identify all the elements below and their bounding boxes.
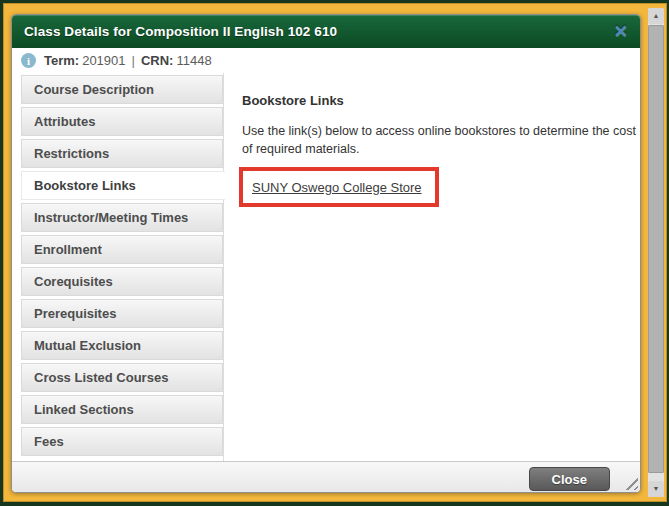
- tab-mutual-exclusion[interactable]: Mutual Exclusion: [21, 331, 223, 360]
- crn-value: 11448: [176, 53, 211, 68]
- tab-instructor-meeting-times[interactable]: Instructor/Meeting Times: [21, 203, 223, 232]
- panel-heading: Bookstore Links: [242, 93, 638, 108]
- tab-cross-listed-courses[interactable]: Cross Listed Courses: [21, 363, 223, 392]
- crn-label: CRN:: [141, 53, 174, 68]
- link-highlight-annotation: SUNY Oswego College Store: [239, 167, 439, 207]
- term-value: 201901: [82, 53, 125, 68]
- dialog-body: Course Description Attributes Restrictio…: [12, 73, 640, 461]
- bookstore-links-panel: Bookstore Links Use the link(s) below to…: [223, 73, 640, 461]
- tab-enrollment[interactable]: Enrollment: [21, 235, 223, 264]
- class-details-dialog: Class Details for Composition II English…: [11, 14, 641, 493]
- info-icon: i: [21, 53, 36, 68]
- tab-linked-sections[interactable]: Linked Sections: [21, 395, 223, 424]
- tab-prerequisites[interactable]: Prerequisites: [21, 299, 223, 328]
- tab-fees[interactable]: Fees: [21, 427, 223, 456]
- dialog-footer: Close: [12, 461, 640, 492]
- panel-description: Use the link(s) below to access online b…: [242, 122, 638, 158]
- detail-tab-list: Course Description Attributes Restrictio…: [12, 73, 223, 461]
- dialog-header: Class Details for Composition II English…: [12, 15, 640, 48]
- close-icon[interactable]: ✕: [614, 23, 628, 40]
- page-scrollbar[interactable]: ▲ ▼: [648, 8, 664, 497]
- tab-restrictions[interactable]: Restrictions: [21, 139, 223, 168]
- term-label: Term:: [44, 53, 79, 68]
- scrollbar-thumb[interactable]: [648, 25, 664, 473]
- tab-corequisites[interactable]: Corequisites: [21, 267, 223, 296]
- term-crn-bar: i Term: 201901 | CRN: 11448: [12, 48, 640, 73]
- info-separator: |: [132, 53, 135, 68]
- scroll-up-icon[interactable]: ▲: [648, 8, 664, 24]
- college-store-link[interactable]: SUNY Oswego College Store: [252, 180, 422, 195]
- tab-attributes[interactable]: Attributes: [21, 107, 223, 136]
- dialog-title: Class Details for Composition II English…: [24, 24, 337, 39]
- scroll-down-icon[interactable]: ▼: [648, 481, 664, 497]
- tab-course-description[interactable]: Course Description: [21, 75, 223, 104]
- tab-bookstore-links[interactable]: Bookstore Links: [21, 171, 225, 200]
- close-button[interactable]: Close: [529, 467, 610, 491]
